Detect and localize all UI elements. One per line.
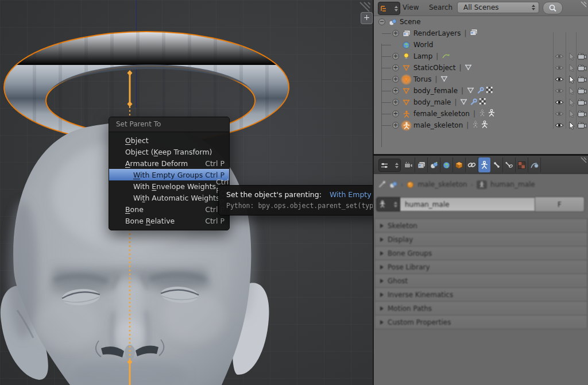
datablock-type-chip[interactable] — [376, 197, 400, 211]
outliner-header: View Search All Scenes — [374, 0, 588, 16]
visibility-eye-icon[interactable] — [554, 62, 564, 74]
chevron-updown-icon — [394, 6, 398, 11]
expand-icon[interactable]: + — [392, 53, 399, 60]
renderability-camera-icon[interactable] — [577, 97, 587, 108]
selectability-cursor-icon[interactable] — [567, 108, 577, 120]
fake-user-button[interactable]: F — [535, 197, 585, 212]
outliner-tree: − Scene + RenderLayers | — [374, 16, 588, 131]
tab-texture[interactable] — [516, 157, 528, 172]
view-menu[interactable]: View — [403, 0, 419, 16]
armature-object-icon-active — [402, 121, 411, 130]
panel-motion-paths[interactable]: Motion Paths — [374, 301, 587, 315]
expand-icon[interactable]: + — [392, 99, 399, 106]
tab-physics[interactable] — [528, 157, 541, 172]
outliner-row-body-male[interactable]: + body_male | — [374, 97, 588, 108]
outliner-row-torus[interactable]: + Torus | — [374, 74, 588, 85]
visibility-eye-icon[interactable] — [554, 97, 564, 108]
outliner-row-body-female[interactable]: + body_female | — [374, 85, 588, 97]
renderability-camera-icon[interactable] — [577, 85, 587, 97]
selectability-cursor-icon[interactable] — [567, 62, 577, 74]
collapse-icon[interactable]: − — [378, 18, 385, 25]
tab-bone[interactable] — [490, 157, 503, 172]
panel-bone-groups[interactable]: Bone Groups — [374, 246, 587, 260]
mesh-object-icon — [402, 87, 411, 95]
outliner-row-renderlayers[interactable]: + RenderLayers | — [374, 28, 588, 39]
selectability-cursor-icon[interactable] — [567, 74, 577, 85]
expand-icon[interactable]: + — [392, 30, 399, 37]
menu-item-armature-deform[interactable]: Armature Deform Ctrl P — [109, 157, 229, 169]
breadcrumb-object[interactable]: male_skeleton — [417, 180, 467, 188]
panel-custom-properties[interactable]: Custom Properties — [374, 315, 587, 329]
visibility-eye-icon[interactable] — [554, 74, 564, 85]
menu-item-with-automatic-weights[interactable]: With Automatic Weights Ctrl P — [109, 192, 229, 203]
menu-item-bone[interactable]: Bone Ctrl P — [109, 203, 229, 215]
outliner-editor: View Search All Scenes — [374, 0, 588, 154]
visibility-eye-icon[interactable] — [554, 85, 564, 97]
breadcrumb-data[interactable]: human_male — [490, 180, 535, 188]
outliner-row-lamp[interactable]: + Lamp | — [374, 51, 588, 62]
renderability-camera-icon[interactable] — [577, 62, 587, 74]
pin-icon[interactable] — [378, 181, 386, 188]
visibility-eye-icon[interactable] — [554, 108, 564, 120]
expand-arrow-icon — [380, 224, 384, 228]
visibility-eye-icon[interactable] — [554, 51, 564, 62]
renderability-camera-icon[interactable] — [577, 51, 587, 62]
search-menu[interactable]: Search — [429, 0, 452, 16]
object-sphere-icon[interactable] — [407, 181, 414, 188]
expand-icon[interactable]: + — [392, 122, 399, 129]
selectability-cursor-icon[interactable] — [567, 51, 577, 62]
tab-render-layers[interactable] — [415, 157, 428, 172]
scene-datablock-icon[interactable] — [389, 181, 397, 188]
menu-item-bone-relative[interactable]: Bone Relative Ctrl P — [109, 215, 229, 226]
mesh-object-icon — [402, 98, 411, 107]
outliner-row-male-skeleton[interactable]: + male_skeleton | — [374, 120, 588, 131]
editor-type-selector[interactable] — [378, 2, 400, 15]
expand-icon[interactable]: + — [392, 76, 399, 83]
scene-filter-value: All Scenes — [463, 3, 499, 11]
scene-filter-dropdown[interactable]: All Scenes — [457, 2, 539, 13]
panel-display[interactable]: Display — [374, 232, 587, 247]
menu-item-with-envelope-weights[interactable]: With Envelope Weights Ctrl P — [109, 180, 229, 192]
panel-skeleton[interactable]: Skeleton — [374, 218, 587, 233]
tab-object[interactable] — [453, 157, 466, 172]
expand-icon[interactable]: + — [392, 64, 399, 71]
datablock-name-input[interactable] — [400, 197, 535, 211]
mesh-data-icon — [465, 64, 472, 72]
tab-scene[interactable] — [428, 157, 440, 172]
editor-type-selector[interactable] — [378, 159, 401, 172]
selectability-cursor-icon[interactable] — [567, 85, 577, 97]
selectability-cursor-icon[interactable] — [567, 97, 577, 108]
outliner-row-staticobject[interactable]: + StaticObject | — [374, 62, 588, 74]
outliner-row-female-skeleton[interactable]: + female_skeleton | — [374, 108, 588, 120]
renderability-camera-icon[interactable] — [577, 120, 587, 131]
tab-armature-data[interactable] — [478, 157, 490, 172]
expand-arrow-icon — [380, 237, 384, 242]
modifier-wrench-icon — [477, 87, 484, 95]
selectability-cursor-icon[interactable] — [567, 120, 577, 131]
panel-inverse-kinematics[interactable]: Inverse Kinematics — [374, 287, 587, 302]
expand-icon[interactable]: + — [392, 87, 399, 94]
toolshelf-expand-button[interactable]: + — [361, 12, 373, 24]
expand-icon[interactable]: + — [392, 110, 399, 117]
renderability-camera-icon[interactable] — [577, 108, 587, 120]
panel-pose-library[interactable]: Pose Library — [374, 260, 587, 274]
region-corner-handle[interactable] — [578, 1, 587, 10]
outliner-row-scene[interactable]: − Scene — [374, 16, 588, 28]
search-button[interactable] — [543, 2, 563, 14]
region-corner-handle[interactable] — [578, 157, 587, 166]
tab-constraints[interactable] — [466, 157, 478, 172]
region-corner-handle[interactable] — [345, 1, 370, 13]
menu-item-object-keep-transform[interactable]: Object (Keep Transform) — [109, 146, 229, 157]
menu-item-object[interactable]: Object — [109, 134, 229, 146]
modifier-wrench-icon — [470, 98, 477, 107]
menu-item-with-empty-groups[interactable]: With Empty Groups Ctrl P — [109, 169, 229, 180]
panel-ghost[interactable]: Ghost — [374, 274, 587, 288]
tab-world[interactable] — [440, 157, 453, 172]
tab-bone-constraint[interactable] — [503, 157, 516, 172]
menu-title: Set Parent To — [109, 117, 229, 132]
outliner-row-world[interactable]: World — [374, 39, 588, 51]
visibility-eye-icon[interactable] — [554, 120, 564, 131]
armature-data-chip-icon[interactable] — [477, 180, 487, 189]
tab-render[interactable] — [403, 157, 415, 172]
renderability-camera-icon[interactable] — [577, 74, 587, 85]
